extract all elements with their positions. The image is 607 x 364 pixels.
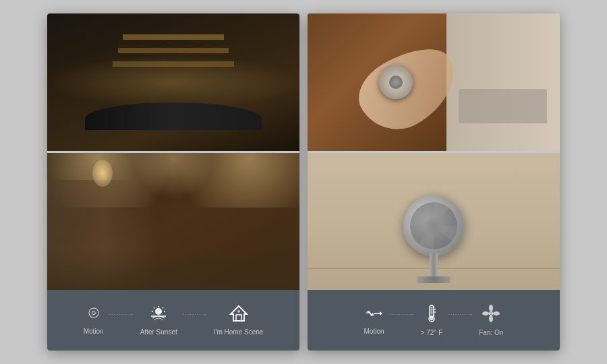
left-images [47, 13, 299, 290]
svg-point-1 [155, 308, 162, 315]
right-step-2-label: > 72° F [421, 329, 443, 336]
living-scene [47, 153, 299, 291]
svg-rect-14 [430, 307, 432, 315]
home-scene-icon [229, 305, 248, 325]
right-step-3: Fan: On [479, 304, 503, 336]
left-arrow-2: ········→ [183, 311, 208, 330]
right-automation-bar: Motion ········→ [308, 290, 560, 351]
fan-scene [308, 153, 560, 291]
right-arrow-1: ········→ [390, 311, 415, 330]
fan-body [393, 195, 474, 283]
svg-marker-8 [231, 306, 247, 321]
door-scene [308, 13, 560, 151]
right-images [308, 13, 560, 290]
svg-point-10 [237, 310, 240, 313]
lock-circle [379, 65, 413, 99]
sofa-hint [459, 89, 547, 123]
room-bg [446, 13, 560, 151]
right-step-3-label: Fan: On [479, 329, 503, 336]
right-arrow-2: ········→ [448, 311, 473, 330]
living-room-image [47, 153, 299, 291]
left-step-2-label: After Sunset [140, 328, 177, 336]
motion-icon-right [365, 305, 384, 324]
svg-point-25 [490, 313, 492, 314]
stair-step-1 [123, 34, 224, 40]
left-automation-bar: ⦾ Motion ········→ [47, 290, 299, 351]
floor [47, 249, 299, 290]
sunset-icon [148, 305, 169, 325]
car-silhouette [85, 102, 262, 130]
svg-point-16 [430, 317, 433, 321]
left-panel: ⦾ Motion ········→ [47, 13, 299, 351]
staircase-image [47, 13, 299, 151]
svg-point-22 [489, 315, 493, 322]
svg-line-5 [154, 307, 154, 308]
smart-home-display: ⦾ Motion ········→ [47, 13, 560, 351]
svg-line-4 [163, 307, 163, 308]
fan-on-icon [482, 304, 500, 326]
left-step-1: ⦾ Motion [84, 305, 104, 335]
stair-step-2 [118, 48, 229, 53]
svg-point-21 [493, 311, 500, 315]
door-lock-image [308, 13, 560, 151]
right-automation-flow: Motion ········→ [364, 304, 504, 336]
motion-icon-left: ⦾ [84, 305, 103, 324]
fan-head [403, 195, 464, 256]
left-step-1-label: Motion [84, 328, 104, 335]
right-step-1-label: Motion [364, 328, 384, 335]
left-step-2: After Sunset [140, 305, 177, 336]
svg-text:⦾: ⦾ [88, 305, 99, 320]
pendant-light [92, 160, 113, 187]
svg-point-23 [482, 311, 489, 315]
svg-rect-9 [236, 315, 241, 321]
left-automation-flow: ⦾ Motion ········→ [84, 305, 264, 336]
svg-point-20 [489, 305, 493, 311]
left-step-3-label: I'm Home Scene [214, 328, 264, 336]
stair-step-3 [113, 61, 234, 67]
fan-image [308, 153, 560, 291]
left-step-3: I'm Home Scene [214, 305, 264, 336]
svg-marker-12 [380, 311, 382, 315]
right-step-2: > 72° F [421, 304, 443, 336]
thermometer-icon [424, 304, 439, 326]
stair-scene [47, 13, 299, 151]
right-panel: Motion ········→ [308, 13, 560, 351]
right-step-1: Motion [364, 305, 384, 335]
left-arrow-1: ········→ [109, 311, 135, 330]
fan-base [417, 276, 451, 283]
